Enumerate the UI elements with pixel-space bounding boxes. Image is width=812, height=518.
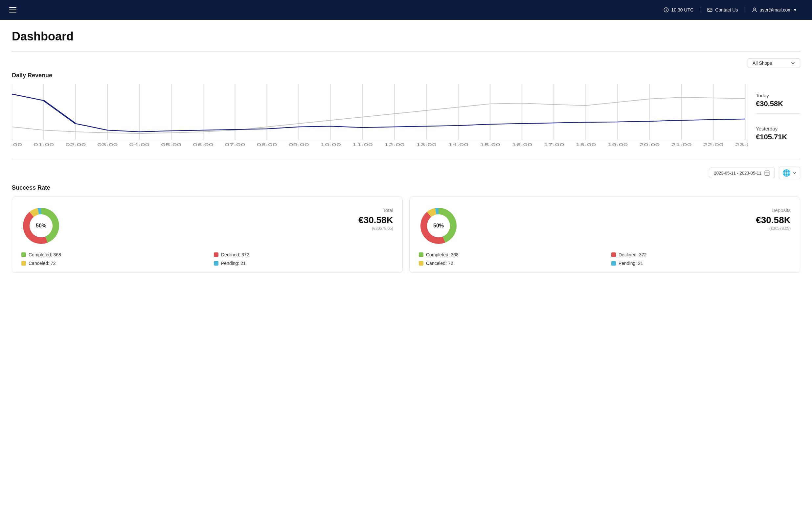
svg-text:11:00: 11:00 (352, 143, 373, 146)
svg-text:14:00: 14:00 (448, 143, 468, 146)
time-label: 10:30 UTC (671, 7, 694, 12)
legend-row-total-3: Pending: 21 (214, 261, 393, 266)
svg-text:15:00: 15:00 (480, 143, 500, 146)
shops-topbar: All Shops (12, 58, 800, 68)
legend-row-deposits-2: Canceled: 72 (419, 261, 598, 266)
card-legend-deposits: Completed: 368 Declined: 372 Canceled: 7… (419, 252, 791, 266)
legend-label-deposits-3: Pending: 21 (618, 261, 643, 266)
chart-legend: Today €30.58K Yesterday €105.71K (748, 84, 800, 150)
legend-row-total-2: Canceled: 72 (21, 261, 201, 266)
revenue-chart-svg: 00:00 01:00 02:00 03:00 04:00 05:00 06:0… (12, 84, 748, 150)
shops-chevron-icon (791, 61, 795, 65)
clock-icon (663, 7, 669, 13)
card-header-deposits: 50% Deposits €30.58K (€30578.05) (419, 206, 791, 246)
legend-label-total-3: Pending: 21 (221, 261, 246, 266)
user-chevron: ▾ (794, 7, 796, 12)
all-shops-label: All Shops (753, 60, 772, 66)
globe-dropdown[interactable]: 🌐 (779, 167, 800, 179)
svg-text:23:00: 23:00 (735, 143, 748, 146)
card-header-total: 50% Total €30.58K (€30578.05) (21, 206, 393, 246)
legend-dot-total-0 (21, 252, 26, 257)
svg-text:13:00: 13:00 (416, 143, 437, 146)
all-shops-dropdown[interactable]: All Shops (748, 58, 800, 68)
contact-icon (707, 7, 713, 13)
chart-wrapper: 00:00 01:00 02:00 03:00 04:00 05:00 06:0… (12, 84, 800, 150)
legend-label-deposits-1: Declined: 372 (618, 252, 647, 257)
svg-text:21:00: 21:00 (671, 143, 692, 146)
today-value: €30.58K (756, 100, 800, 108)
donut-label-total: 50% (36, 223, 46, 229)
svg-text:01:00: 01:00 (33, 143, 54, 146)
card-deposits: 50% Deposits €30.58K (€30578.05) Complet… (409, 196, 800, 273)
today-label: Today (756, 93, 800, 98)
divider2 (12, 160, 800, 160)
time-display: 10:30 UTC (657, 7, 701, 13)
legend-label-total-1: Declined: 372 (221, 252, 249, 257)
legend-dot-deposits-1 (611, 252, 616, 257)
legend-dot-deposits-0 (419, 252, 424, 257)
svg-text:00:00: 00:00 (12, 143, 22, 146)
legend-row-deposits-1: Declined: 372 (611, 252, 791, 257)
svg-text:09:00: 09:00 (288, 143, 309, 146)
legend-row-total-1: Declined: 372 (214, 252, 393, 257)
donut-total: 50% (21, 206, 61, 246)
header-right: 10:30 UTC Contact Us user@mail.com ▾ (657, 7, 803, 13)
user-icon (752, 7, 757, 13)
card-amount-sub-total: (€30578.05) (372, 226, 393, 231)
legend-dot-total-1 (214, 252, 219, 257)
legend-row-deposits-0: Completed: 368 (419, 252, 598, 257)
svg-text:03:00: 03:00 (97, 143, 118, 146)
success-rate-section: 2023-05-11 - 2023-05-11 🌐 Success Rate (12, 167, 800, 273)
user-email: user@mail.com (760, 7, 792, 12)
divider (12, 51, 800, 52)
menu-icon[interactable] (9, 7, 17, 12)
card-stats-total: Total €30.58K (€30578.05) (69, 206, 393, 231)
user-menu[interactable]: user@mail.com ▾ (745, 7, 803, 13)
success-rate-topbar: 2023-05-11 - 2023-05-11 🌐 (12, 167, 800, 179)
legend-dot-deposits-2 (419, 261, 424, 266)
yesterday-legend: Yesterday €105.71K (756, 120, 800, 146)
globe-chevron-icon (793, 171, 796, 175)
svg-text:17:00: 17:00 (544, 143, 564, 146)
card-total: 50% Total €30.58K (€30578.05) Completed:… (12, 196, 403, 273)
donut-deposits: 50% (419, 206, 458, 246)
daily-revenue-title: Daily Revenue (12, 72, 800, 79)
svg-text:16:00: 16:00 (512, 143, 532, 146)
card-amount-sub-deposits: (€30578.05) (769, 226, 791, 231)
svg-text:08:00: 08:00 (257, 143, 277, 146)
calendar-icon (764, 170, 770, 176)
date-range-label: 2023-05-11 - 2023-05-11 (714, 170, 761, 175)
date-range-input[interactable]: 2023-05-11 - 2023-05-11 (709, 168, 775, 178)
card-amount-deposits: €30.58K (756, 215, 791, 225)
legend-label-deposits-0: Completed: 368 (426, 252, 459, 257)
svg-text:10:00: 10:00 (321, 143, 341, 146)
svg-text:05:00: 05:00 (161, 143, 181, 146)
contact-us-button[interactable]: Contact Us (700, 7, 745, 13)
card-type-deposits: Deposits (772, 208, 791, 213)
svg-text:20:00: 20:00 (639, 143, 660, 146)
svg-text:18:00: 18:00 (576, 143, 596, 146)
header-left (9, 7, 17, 12)
legend-label-total-0: Completed: 368 (29, 252, 61, 257)
cards-row: 50% Total €30.58K (€30578.05) Completed:… (12, 196, 800, 273)
svg-text:04:00: 04:00 (129, 143, 149, 146)
page-title: Dashboard (12, 30, 800, 44)
yesterday-label: Yesterday (756, 126, 800, 132)
svg-text:07:00: 07:00 (225, 143, 245, 146)
legend-dot-total-3 (214, 261, 219, 266)
legend-dot-total-2 (21, 261, 26, 266)
legend-dot-deposits-3 (611, 261, 616, 266)
svg-text:06:00: 06:00 (193, 143, 213, 146)
yesterday-value: €105.71K (756, 133, 800, 141)
header: 10:30 UTC Contact Us user@mail.com ▾ (0, 0, 812, 20)
today-legend: Today €30.58K (756, 87, 800, 114)
svg-text:12:00: 12:00 (384, 143, 405, 146)
legend-row-deposits-3: Pending: 21 (611, 261, 791, 266)
svg-rect-52 (765, 171, 769, 175)
svg-rect-1 (708, 8, 713, 12)
success-rate-title: Success Rate (12, 184, 800, 191)
main-content: Dashboard All Shops Daily Revenue (0, 20, 812, 518)
donut-label-deposits: 50% (433, 223, 444, 229)
legend-label-total-2: Canceled: 72 (29, 261, 56, 266)
legend-row-total-0: Completed: 368 (21, 252, 201, 257)
